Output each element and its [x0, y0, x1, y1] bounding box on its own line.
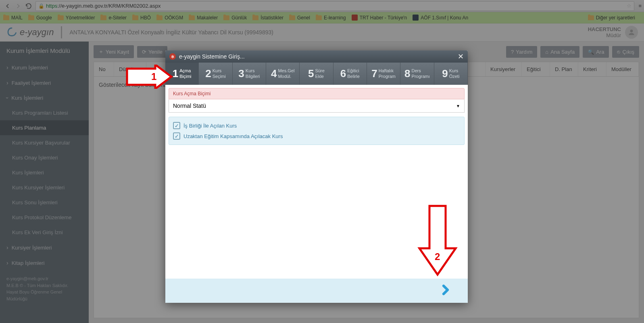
status-select[interactable]: Normal Statü ▼	[169, 99, 465, 113]
options-block: ✓ İş Birliği İle Açılan Kurs ✓ Uzaktan E…	[169, 117, 465, 145]
wizard-step-6[interactable]: 6EğiticiBelirle	[333, 63, 367, 85]
section-label: Kurs Açma Biçimi	[169, 88, 465, 99]
next-button[interactable]	[440, 284, 452, 298]
wizard-step-7[interactable]: 7HaftalıkProgram	[367, 63, 400, 85]
wizard-step-4[interactable]: 4Mes.GelModül.	[266, 63, 300, 85]
checkbox-icon: ✓	[173, 132, 180, 140]
modal-titlebar: ✻ e-yaygin Sistemine Giriş... ✕	[165, 50, 468, 63]
wizard-modal: ✻ e-yaygin Sistemine Giriş... ✕ 1AçmaBiç…	[165, 50, 468, 303]
wizard-step-2[interactable]: 2KursSeçimi	[199, 63, 232, 85]
close-icon[interactable]: ✕	[458, 52, 464, 61]
chevron-right-icon	[440, 284, 452, 296]
select-value: Normal Statü	[173, 103, 206, 109]
modal-body: Kurs Açma Biçimi Normal Statü ▼ ✓ İş Bir…	[165, 85, 468, 279]
modal-footer	[165, 279, 468, 303]
wizard-step-8[interactable]: 8DersProgramı	[400, 63, 434, 85]
wizard-step-1[interactable]: 1AçmaBiçimi	[165, 63, 199, 85]
modal-title-icon: ✻	[169, 53, 176, 60]
wizard-step-3[interactable]: 3KursBilgileri	[233, 63, 266, 85]
wizard-steps: 1AçmaBiçimi 2KursSeçimi 3KursBilgileri 4…	[165, 63, 468, 85]
wizard-step-5[interactable]: 5SüreEkle	[300, 63, 333, 85]
wizard-step-9[interactable]: 9KursÖzeti	[434, 63, 468, 85]
checkbox-row-uzaktan[interactable]: ✓ Uzaktan Eğitim Kapsamında Açılacak Kur…	[173, 131, 460, 141]
checkbox-icon: ✓	[173, 122, 180, 129]
annotation-label-2: 2	[435, 251, 440, 262]
checkbox-row-isbirligi[interactable]: ✓ İş Birliği İle Açılan Kurs	[173, 120, 460, 131]
chevron-down-icon: ▼	[456, 104, 460, 108]
modal-title-text: e-yaygin Sistemine Giriş...	[179, 53, 245, 60]
annotation-label-1: 1	[151, 71, 156, 82]
